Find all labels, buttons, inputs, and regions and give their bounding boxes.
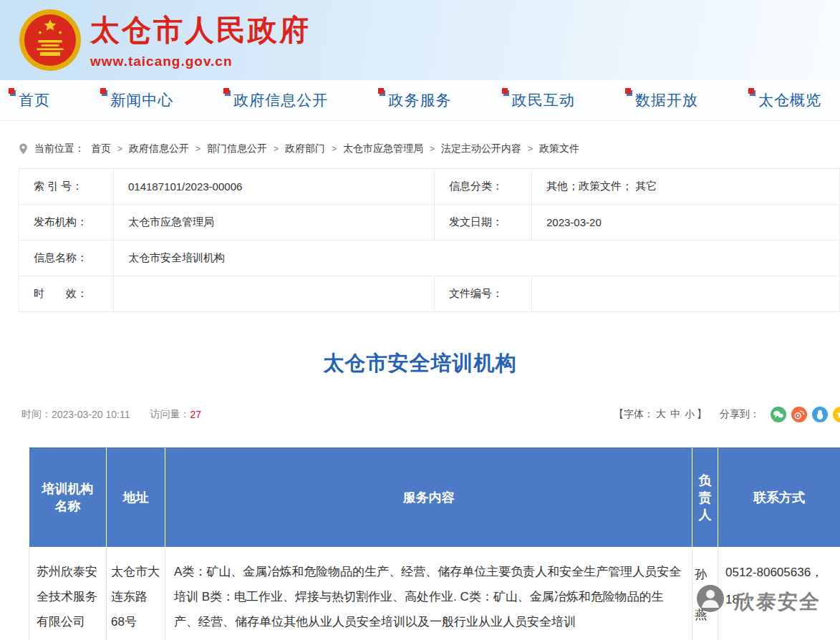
breadcrumb-policy-files[interactable]: 政策文件 xyxy=(539,142,579,155)
nav-item-label: 首页 xyxy=(19,92,50,108)
wechat-share-icon[interactable] xyxy=(771,407,786,422)
page-title: 太仓市安全培训机构 xyxy=(0,349,840,378)
info-row-publisher: 发布机构： 太仓市应急管理局 发文日期： 2023-03-20 xyxy=(19,205,840,241)
info-row-index: 索 引 号： 014187101/2023-00006 信息分类： 其他；政策文… xyxy=(19,169,840,205)
article-meta-right: 【字体： 大 中 小 】 分享到： xyxy=(614,407,840,422)
table-row: 苏州欣泰安全技术服务有限公司 太仓市大连东路68号 A类：矿山、金属冶炼和危险物… xyxy=(29,548,840,640)
visits-label: 访问量： xyxy=(150,408,190,421)
font-size-medium-button[interactable]: 中 xyxy=(670,408,680,421)
visits-count: 27 xyxy=(190,409,202,420)
nav-item-interaction[interactable]: 政民互动 xyxy=(512,90,575,110)
weibo-share-icon[interactable] xyxy=(791,407,807,422)
favorite-star-share-icon[interactable] xyxy=(833,407,840,422)
font-size-small-button[interactable]: 小 xyxy=(685,408,695,421)
col-manager: 负责人 xyxy=(692,447,718,548)
info-label-doc-number: 文件编号： xyxy=(435,276,532,312)
article-meta-bar: 时间： 2023-03-20 10:11 访问量： 27 【字体： 大 中 小 … xyxy=(21,407,840,422)
cell-contact: 0512-80605636，18… xyxy=(718,548,840,640)
nav-item-home[interactable]: 首页 xyxy=(19,90,50,110)
time-label: 时间： xyxy=(21,408,52,421)
info-value-title: 太仓市安全培训机构 xyxy=(114,241,840,276)
font-size-large-button[interactable]: 大 xyxy=(656,408,666,421)
info-label-category: 信息分类： xyxy=(435,169,532,205)
nav-item-label: 数据开放 xyxy=(635,92,698,108)
info-value-index-number: 014187101/2023-00006 xyxy=(114,169,435,205)
breadcrumb-label: 当前位置： xyxy=(34,142,85,155)
info-label-index-number: 索 引 号： xyxy=(19,169,114,205)
breadcrumb-separator: > xyxy=(195,144,201,154)
share-icon-group xyxy=(766,407,840,422)
nav-item-overview[interactable]: 太仓概览 xyxy=(758,90,821,110)
info-value-publish-date: 2023-03-20 xyxy=(532,205,840,241)
national-emblem-icon xyxy=(19,9,82,72)
info-row-title: 信息名称： 太仓市安全培训机构 xyxy=(19,241,840,276)
info-value-doc-number xyxy=(532,276,840,312)
nav-item-open-data[interactable]: 数据开放 xyxy=(635,90,698,110)
nav-item-info-disclosure[interactable]: 政府信息公开 xyxy=(233,90,328,110)
cell-manager: 孙燕 xyxy=(692,548,718,640)
nav-item-label: 政府信息公开 xyxy=(233,92,328,108)
nav-corner-icon xyxy=(9,88,14,94)
font-size-prefix: 【字体： xyxy=(614,408,654,421)
breadcrumb: 当前位置： 首页 > 政府信息公开 > 部门信息公开 > 政府部门 > 太仓市应… xyxy=(0,121,840,155)
publish-time: 2023-03-20 10:11 xyxy=(52,409,130,420)
nav-item-news[interactable]: 新闻中心 xyxy=(110,90,173,110)
site-title-block: 太仓市人民政府 www.taicang.gov.cn xyxy=(90,11,311,69)
nav-item-label: 政民互动 xyxy=(512,92,575,108)
breadcrumb-separator: > xyxy=(528,144,533,154)
breadcrumb-gov-departments[interactable]: 政府部门 xyxy=(285,142,325,155)
nav-corner-icon xyxy=(100,88,106,94)
nav-item-label: 太仓概览 xyxy=(758,92,821,108)
col-contact: 联系方式 xyxy=(718,447,840,548)
table-header-row: 培训机构名称 地址 服务内容 负责人 联系方式 xyxy=(29,447,840,548)
breadcrumb-home[interactable]: 首页 xyxy=(91,142,111,155)
col-services: 服务内容 xyxy=(165,447,692,548)
training-orgs-table: 培训机构名称 地址 服务内容 负责人 联系方式 苏州欣泰安全技术服务有限公司 太… xyxy=(29,447,840,640)
nav-item-label: 新闻中心 xyxy=(110,92,173,108)
breadcrumb-separator: > xyxy=(332,144,337,154)
info-value-category: 其他；政策文件； 其它 xyxy=(532,169,840,205)
breadcrumb-legal-disclosure[interactable]: 法定主动公开内容 xyxy=(441,142,521,155)
cell-address: 太仓市大连东路68号 xyxy=(107,548,165,640)
main-nav: 首页 新闻中心 政府信息公开 政务服务 政民互动 数据开放 太仓概览 xyxy=(0,80,840,121)
cell-services: A类：矿山、金属冶炼和危险物品的生产、经营、储存单位主要负责人和安全生产管理人员… xyxy=(165,548,692,640)
nav-corner-icon xyxy=(223,88,229,94)
breadcrumb-separator: > xyxy=(430,144,435,154)
breadcrumb-emergency-bureau[interactable]: 太仓市应急管理局 xyxy=(343,142,423,155)
nav-item-label: 政务服务 xyxy=(388,92,451,108)
location-pin-icon xyxy=(19,143,28,155)
info-label-publish-date: 发文日期： xyxy=(435,205,532,241)
info-label-validity: 时 效： xyxy=(19,276,114,312)
nav-corner-icon xyxy=(625,88,631,94)
article-meta-left: 时间： 2023-03-20 10:11 访问量： 27 xyxy=(21,408,201,421)
site-header: 太仓市人民政府 www.taicang.gov.cn xyxy=(0,0,840,80)
cell-org-name: 苏州欣泰安全技术服务有限公司 xyxy=(29,548,107,640)
col-training-org-name: 培训机构名称 xyxy=(29,447,107,548)
info-value-publisher: 太仓市应急管理局 xyxy=(114,205,435,241)
site-url: www.taicang.gov.cn xyxy=(90,54,311,69)
document-info-table: 索 引 号： 014187101/2023-00006 信息分类： 其他；政策文… xyxy=(19,168,840,312)
nav-corner-icon xyxy=(502,88,508,94)
nav-item-gov-services[interactable]: 政务服务 xyxy=(388,90,451,110)
breadcrumb-gov-info[interactable]: 政府信息公开 xyxy=(129,142,189,155)
breadcrumb-separator: > xyxy=(117,144,122,154)
col-address: 地址 xyxy=(107,447,165,548)
breadcrumb-separator: > xyxy=(274,144,279,154)
site-name: 太仓市人民政府 xyxy=(90,11,311,50)
font-size-suffix: 】 xyxy=(697,408,707,421)
info-label-publisher: 发布机构： xyxy=(19,205,114,241)
breadcrumb-dept-info[interactable]: 部门信息公开 xyxy=(207,142,267,155)
qq-share-icon[interactable] xyxy=(812,407,828,422)
info-value-validity xyxy=(114,276,435,312)
share-label: 分享到： xyxy=(720,408,760,421)
info-row-validity: 时 效： 文件编号： xyxy=(19,276,840,312)
info-label-title: 信息名称： xyxy=(19,241,114,276)
nav-corner-icon xyxy=(378,88,384,94)
nav-corner-icon xyxy=(748,88,754,94)
